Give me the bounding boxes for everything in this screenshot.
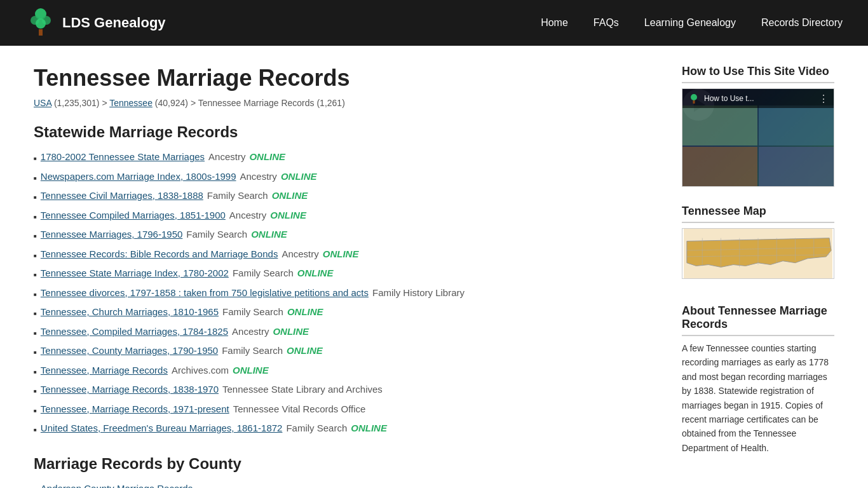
statewide-record-item: 1780-2002 Tennessee State Marriages Ance… (34, 150, 663, 165)
about-section-title: About Tennessee Marriage Records (682, 304, 834, 336)
statewide-record-link[interactable]: Tennessee Records: Bible Records and Mar… (41, 247, 278, 262)
statewide-record-provider: Family Search (222, 344, 283, 358)
statewide-record-provider: Ancestry (240, 170, 277, 184)
svg-rect-4 (39, 29, 43, 36)
site-header: LDS Genealogy Home FAQs Learning Genealo… (0, 0, 868, 46)
statewide-record-link[interactable]: Tennessee, County Marriages, 1790-1950 (41, 344, 218, 358)
statewide-record-item: Tennessee Marriages, 1796-1950 Family Se… (34, 227, 663, 242)
statewide-record-online-badge: ONLINE (297, 266, 334, 281)
video-logo-icon (688, 92, 700, 105)
video-cell-2 (759, 105, 834, 146)
statewide-record-link[interactable]: Tennessee Marriages, 1796-1950 (41, 227, 182, 242)
statewide-record-online-badge: ONLINE (323, 247, 359, 262)
statewide-record-link[interactable]: Newspapers.com Marriage Index, 1800s-199… (41, 170, 236, 184)
county-records-list: Anderson County Marriage RecordsBedford … (34, 482, 663, 489)
logo-text: LDS Genealogy (62, 15, 166, 31)
video-cell-3 (682, 147, 757, 187)
statewide-record-link[interactable]: 1780-2002 Tennessee State Marriages (41, 150, 205, 165)
statewide-record-item: Tennessee Civil Marriages, 1838-1888 Fam… (34, 189, 663, 203)
statewide-record-link[interactable]: Tennessee, Marriage Records (41, 363, 168, 378)
nav-faqs[interactable]: FAQs (593, 17, 619, 29)
video-section-title: How to Use This Site Video (682, 65, 834, 83)
logo-area: LDS Genealogy (25, 8, 541, 38)
statewide-records-list: 1780-2002 Tennessee State Marriages Ance… (34, 150, 663, 436)
statewide-record-item: Tennessee Records: Bible Records and Mar… (34, 247, 663, 262)
statewide-record-link[interactable]: Tennessee, Marriage Records, 1838-1970 (41, 383, 219, 397)
statewide-record-online-badge: ONLINE (251, 227, 287, 242)
county-record-link[interactable]: Anderson County Marriage Records (41, 482, 193, 489)
video-thumbnail[interactable]: How to Use t... ⋮ (682, 88, 834, 187)
statewide-record-provider: Tennessee Vital Records Office (233, 402, 366, 417)
statewide-record-online-badge: ONLINE (273, 325, 309, 339)
breadcrumb-usa[interactable]: USA (34, 98, 51, 108)
statewide-record-link[interactable]: Tennessee Civil Marriages, 1838-1888 (41, 189, 203, 203)
statewide-record-item: United States, Freedmen's Bureau Marriag… (34, 421, 663, 436)
about-section: About Tennessee Marriage Records A few T… (682, 304, 834, 455)
breadcrumb-tennessee-count: (40,924) (155, 98, 188, 108)
statewide-record-item: Tennessee divorces, 1797-1858 : taken fr… (34, 286, 663, 301)
video-menu-dots-icon[interactable]: ⋮ (818, 93, 829, 105)
logo-tree-icon (25, 8, 56, 38)
statewide-record-online-badge: ONLINE (281, 170, 317, 184)
nav-records-directory[interactable]: Records Directory (761, 17, 843, 29)
video-cell-1 (682, 105, 757, 146)
statewide-record-provider: Ancestry (281, 247, 318, 262)
statewide-record-online-badge: ONLINE (287, 305, 323, 320)
nav-home[interactable]: Home (541, 17, 568, 29)
svg-point-3 (36, 18, 46, 29)
statewide-record-item: Tennessee, Marriage Records, 1971-presen… (34, 402, 663, 417)
statewide-record-provider: Tennessee State Library and Archives (222, 383, 383, 397)
statewide-record-online-badge: ONLINE (287, 344, 323, 358)
page-title: Tennessee Marriage Records (34, 65, 663, 92)
about-section-text: A few Tennessee counties starting record… (682, 341, 834, 455)
breadcrumb-usa-count: (1,235,301) (54, 98, 100, 108)
statewide-record-item: Tennessee, Marriage Records Archives.com… (34, 363, 663, 378)
statewide-record-provider: Ancestry (232, 325, 269, 339)
statewide-section-title: Statewide Marriage Records (34, 123, 663, 141)
video-title-text: How to Use t... (704, 94, 754, 103)
statewide-record-provider: Family Search (233, 266, 294, 281)
statewide-record-provider: Family Search (186, 227, 247, 242)
statewide-record-item: Tennessee, Marriage Records, 1838-1970 T… (34, 383, 663, 397)
breadcrumb-sep1: > (102, 98, 109, 108)
statewide-record-link[interactable]: Tennessee, Marriage Records, 1971-presen… (41, 402, 229, 417)
statewide-record-link[interactable]: United States, Freedmen's Bureau Marriag… (41, 421, 283, 436)
main-content: Tennessee Marriage Records USA (1,235,30… (34, 65, 663, 488)
statewide-record-link[interactable]: Tennessee Compiled Marriages, 1851-1900 (41, 208, 226, 223)
map-section: Tennessee Map (682, 205, 834, 287)
breadcrumb-end: > Tennessee Marriage Records (1,261) (191, 98, 345, 108)
statewide-record-link[interactable]: Tennessee divorces, 1797-1858 : taken fr… (41, 286, 369, 301)
statewide-record-online-badge: ONLINE (249, 150, 285, 165)
statewide-record-item: Newspapers.com Marriage Index, 1800s-199… (34, 170, 663, 184)
statewide-record-provider: Ancestry (208, 150, 245, 165)
statewide-record-link[interactable]: Tennessee, Church Marriages, 1810-1965 (41, 305, 219, 320)
statewide-record-provider: Family Search (286, 421, 347, 436)
svg-point-5 (691, 94, 697, 100)
statewide-record-provider: Ancestry (229, 208, 266, 223)
map-section-title: Tennessee Map (682, 205, 834, 223)
statewide-record-item: Tennessee Compiled Marriages, 1851-1900 … (34, 208, 663, 223)
statewide-record-item: Tennessee, Church Marriages, 1810-1965 F… (34, 305, 663, 320)
statewide-record-item: Tennessee State Marriage Index, 1780-200… (34, 266, 663, 281)
statewide-record-item: Tennessee, Compiled Marriages, 1784-1825… (34, 325, 663, 339)
statewide-record-online-badge: ONLINE (270, 208, 306, 223)
statewide-record-provider: Archives.com (172, 363, 229, 378)
video-cell-4 (759, 147, 834, 187)
statewide-record-link[interactable]: Tennessee State Marriage Index, 1780-200… (41, 266, 229, 281)
nav-learning-genealogy[interactable]: Learning Genealogy (644, 17, 736, 29)
statewide-record-provider: Family History Library (372, 286, 465, 301)
statewide-record-provider: Family Search (222, 305, 283, 320)
statewide-record-provider: Family Search (207, 189, 268, 203)
statewide-record-online-badge: ONLINE (351, 421, 387, 436)
statewide-record-item: Tennessee, County Marriages, 1790-1950 F… (34, 344, 663, 358)
statewide-record-link[interactable]: Tennessee, Compiled Marriages, 1784-1825 (41, 325, 228, 339)
county-record-item: Anderson County Marriage Records (34, 482, 663, 489)
statewide-record-online-badge: ONLINE (272, 189, 308, 203)
breadcrumb-tennessee[interactable]: Tennessee (109, 98, 153, 108)
main-nav: Home FAQs Learning Genealogy Records Dir… (541, 17, 843, 29)
sidebar: How to Use This Site Video How to Use t.… (682, 65, 834, 488)
svg-rect-6 (693, 100, 695, 104)
video-image-grid (682, 105, 834, 186)
tennessee-map[interactable] (682, 228, 834, 279)
video-section: How to Use This Site Video How to Use t.… (682, 65, 834, 187)
